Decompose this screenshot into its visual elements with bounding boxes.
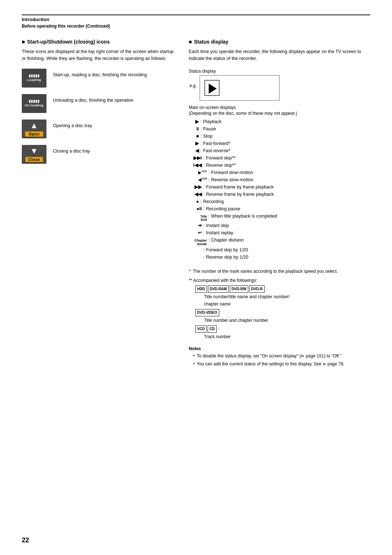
fastrev-label: Fast-reverse* (203, 147, 230, 154)
note-item-1: To disable the status display, set "On s… (193, 353, 370, 359)
unloading-bar-1 (29, 100, 30, 103)
subheader: Before operating this recorder (Continue… (22, 24, 370, 29)
fwdframe-label: Forward frame by frame playback (206, 183, 273, 191)
playback-symbol: ▶ (189, 118, 199, 125)
screen-wrapper: e.g. (200, 75, 370, 101)
left-column: Start-up/Shutdown (closing) icons These … (22, 39, 174, 369)
badge-row-2: DVD-VIDEO : (195, 309, 370, 316)
display-item-recpause: ●II : Recording pause (189, 205, 370, 212)
fwdslow-label: Forward slow-motion (211, 169, 253, 176)
instantreplay-symbol: ↩ (189, 229, 202, 236)
recpause-label: Recording pause (206, 205, 240, 212)
two-col-layout: Start-up/Shutdown (closing) icons These … (22, 39, 370, 369)
instantreplay-label: Instant replay (206, 229, 233, 236)
unloading-bar-3 (33, 100, 35, 103)
badge-hdd: HDD (195, 285, 207, 293)
header-title: Introduction (22, 17, 370, 22)
instantskip-label: Instant skip (206, 222, 229, 229)
status-display-label: Status display (189, 69, 370, 74)
close-icon-row: ▼ Close Closing a disc tray (22, 145, 174, 164)
badge-dvdr: DVD-R (249, 285, 265, 293)
display-item-revskip: I◀◀ : Reverse skip** (189, 162, 370, 169)
badge-row2-text: Title number and chapter number (195, 317, 370, 324)
loading-bar-5 (38, 74, 39, 77)
right-section-heading: Status display (189, 39, 370, 45)
unloading-bar-5 (38, 100, 39, 103)
display-item-rec: ● : Recording (189, 198, 370, 205)
display-item-fwdframe: ▶▶ : Forward frame by frame playback (189, 183, 370, 191)
close-label: Close (25, 157, 43, 162)
note-item-2: You can add the current status of the se… (193, 361, 370, 367)
display-item-fwdskip: ▶▶I : Forward skip** (189, 154, 370, 162)
fwdframe-symbol: ▶▶ (189, 183, 202, 191)
close-arrow-icon: ▼ (30, 146, 38, 156)
status-screen (200, 75, 279, 101)
unloading-bars (29, 100, 39, 103)
display-item-revframe: ◀◀ : Reverse frame by frame playback (189, 191, 370, 198)
open-label: Open (25, 131, 43, 137)
loading-icon-box: Loading (22, 69, 46, 88)
fastfwd-symbol: ▶ (189, 140, 199, 147)
display-item-pause: II : Pause (189, 125, 370, 133)
badge-row-1: HDD DVD-RAM DVD-RW DVD-R : (195, 285, 370, 293)
stop-symbol: ■ (189, 133, 199, 140)
badge-cd: CD (208, 325, 216, 333)
display-item-fastrev: ◀ : Fast-reverse* (189, 147, 370, 154)
instantskip-symbol: ↠ (189, 222, 202, 229)
appear-note: (Depending on the disc, some of these ma… (189, 111, 370, 116)
display-item-revskip20: : Reverse skip by 1/20 (189, 254, 370, 261)
revframe-symbol: ◀◀ (189, 191, 202, 198)
badge-dvdrw: DVD-RW (230, 285, 248, 293)
close-icon-box: ▼ Close (22, 145, 46, 164)
pause-label: Pause (203, 125, 216, 133)
footnote-section: * The number of the mark varies accordin… (189, 268, 370, 340)
badge-dvdram: DVD-RAM (208, 285, 229, 293)
fastrev-symbol: ◀ (189, 147, 199, 154)
recpause-symbol: ●II (189, 205, 202, 212)
display-item-fwdslow: ▶×1/2 : Forward slow-motion (189, 169, 370, 176)
notes-title: Notes (189, 346, 370, 351)
display-item-chapterdivide: ChapterDivide : Chapter division (189, 236, 370, 246)
titleend-symbol: TitleEnd (189, 215, 207, 222)
revskip-label: Reverse skip** (206, 162, 236, 169)
chapterdivide-symbol: ChapterDivide (189, 239, 207, 246)
titleend-label: When title playback is completed (211, 212, 277, 220)
unloading-icon-box: Un loading (22, 94, 46, 113)
loading-icon-row: Loading Start-up, reading a disc, finish… (22, 69, 174, 88)
revslow-symbol: ◀×1/2 (189, 177, 207, 183)
unloading-desc: Unloading a disc, finishing the operatio… (53, 94, 134, 104)
loading-label: Loading (27, 78, 41, 82)
fwdskip20-label: Forward skip by 1/20 (206, 246, 248, 254)
play-triangle-icon (209, 84, 217, 94)
display-items-list: ▶ : Playback II : Pause ■ : Stop ▶ : (189, 118, 370, 261)
chapterdivide-label: Chapter division (211, 236, 244, 244)
fastfwd-label: Fast-forward* (203, 140, 230, 147)
loading-bar-2 (31, 74, 33, 77)
badge-row3-colon: : (218, 325, 219, 332)
display-item-playback: ▶ : Playback (189, 118, 370, 125)
footnote-2: ** Accompanied with the followings: (189, 277, 370, 284)
revskip20-label: Reverse skip by 1/20 (206, 254, 248, 261)
page-number: 22 (22, 536, 29, 544)
open-icon-row: ▲ Open Opening a disc tray (22, 119, 174, 138)
notes-list: To disable the status display, set "On s… (189, 353, 370, 367)
rec-symbol: ● (189, 198, 199, 205)
fwdskip-label: Forward skip** (206, 154, 235, 162)
unloading-icon-row: Un loading Unloading a disc, finishing t… (22, 94, 174, 113)
header-section: Introduction (22, 15, 370, 22)
playback-label: Playback (203, 118, 221, 125)
badge-dvdvideo: DVD-VIDEO (195, 309, 219, 316)
notes-section: Notes To disable the status display, set… (189, 346, 370, 367)
display-item-revslow: ◀×1/2 : Reverse slow-motion (189, 176, 370, 183)
display-item-instantreplay: ↩ : Instant replay (189, 229, 370, 236)
unloading-label: Un loading (25, 104, 44, 107)
open-desc: Opening a disc tray (53, 119, 92, 129)
loading-bar-3 (33, 74, 35, 77)
fwdslow-symbol: ▶×1/2 (189, 169, 207, 176)
badge-row3-text: Track number (195, 333, 370, 340)
left-section-heading: Start-up/Shutdown (closing) icons (22, 39, 174, 45)
badge-row2-colon: : (220, 309, 221, 316)
rec-label: Recording (203, 198, 224, 205)
loading-bar-4 (36, 74, 37, 77)
loading-bars (29, 74, 39, 77)
